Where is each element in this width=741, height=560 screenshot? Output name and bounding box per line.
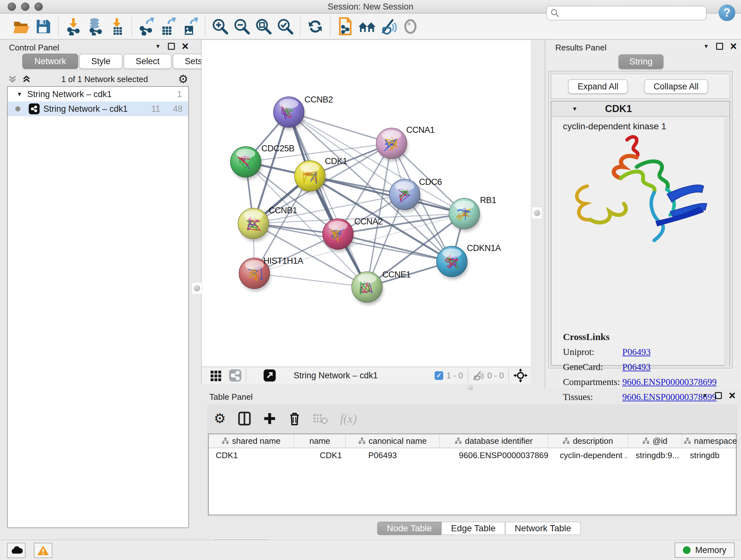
protein-description: cyclin-dependent kinase 1 [551, 117, 730, 132]
current-network-name: String Network – cdk1 [293, 371, 378, 381]
hidden-eye-icon[interactable] [473, 370, 484, 381]
crosslink-uniprot-link[interactable]: P06493 [622, 347, 651, 357]
network-node-CCNA1[interactable] [376, 128, 408, 161]
share-view-icon[interactable] [229, 369, 241, 381]
network-node-CDKN1A[interactable] [436, 246, 468, 279]
left-splitter-handle[interactable] [192, 282, 202, 294]
zoom-in-icon[interactable] [211, 17, 229, 36]
results-panel-close-icon[interactable]: × [730, 43, 737, 50]
right-splitter-handle[interactable] [532, 207, 542, 219]
network-node-CDC6[interactable] [389, 179, 421, 212]
horizontal-splitter-handle[interactable] [468, 385, 473, 390]
export-view-icon[interactable] [264, 369, 276, 381]
open-session-icon[interactable] [12, 17, 31, 36]
network-list: ▼ String Network – cdk1 1 String Network… [7, 86, 189, 528]
memory-button[interactable]: Memory [675, 543, 735, 558]
table-panel-menu-icon[interactable]: ▼ [702, 392, 708, 399]
selected-checkbox[interactable]: ✓ [434, 371, 443, 380]
gear-icon[interactable]: ⚙ [214, 412, 226, 425]
export-table-icon[interactable] [159, 17, 178, 36]
expand-all-icon[interactable] [22, 74, 31, 84]
table-panel-close-icon[interactable]: × [729, 392, 736, 399]
node-table: shared name name canonical name database… [208, 434, 737, 515]
help-icon[interactable]: ? [719, 4, 735, 21]
protein-collapse-icon[interactable]: ▼ [572, 106, 578, 112]
tab-select[interactable]: Select [124, 54, 172, 69]
crosslink-compartments-link[interactable]: 9606.ENSP00000378699 [622, 377, 717, 387]
zoom-selected-icon[interactable] [276, 17, 294, 36]
node-label-CCNA2: CCNA2 [354, 217, 383, 226]
tab-string[interactable]: String [618, 54, 664, 69]
memory-status-dot [683, 546, 690, 554]
zoom-out-icon[interactable] [232, 17, 251, 36]
add-column-icon[interactable] [263, 412, 276, 425]
save-session-icon[interactable] [34, 17, 53, 36]
fit-crosshair-icon[interactable] [514, 368, 528, 382]
tab-style[interactable]: Style [79, 54, 123, 69]
results-scrollbar[interactable] [724, 118, 729, 366]
table-row[interactable]: CDK1 CDK1 P06493 9606.ENSP00000378699 cy… [209, 448, 736, 462]
search-input[interactable] [560, 9, 697, 17]
network-node-CDC25B[interactable] [230, 146, 262, 180]
table-panel-body: ⚙ f(x) shared name name canonical name d… [207, 404, 738, 516]
crosslink-label: Compartments: [563, 377, 622, 387]
results-panel-menu-icon[interactable]: ▼ [703, 43, 709, 50]
expand-all-button[interactable]: Expand All [568, 79, 628, 94]
network-canvas[interactable]: CCNB2CCNA1CDC25BCDK1CDC6RB1CCNB1CCNA2CDK… [201, 40, 531, 367]
collection-expand-icon[interactable]: ▼ [17, 91, 22, 98]
collapse-all-icon[interactable] [8, 74, 17, 84]
control-panel-menu-icon[interactable]: ▼ [155, 43, 161, 50]
zoom-fit-icon[interactable] [254, 17, 273, 36]
eye-icon[interactable] [401, 17, 420, 36]
search-box[interactable] [546, 6, 706, 20]
network-selection-status: 1 of 1 Network selected [31, 74, 178, 84]
table-panel-float-icon[interactable] [715, 392, 722, 399]
tab-node-table[interactable]: Node Table [377, 522, 441, 535]
collapse-all-button[interactable]: Collapse All [644, 79, 708, 94]
network-edge-CCNE1-HIST1H1A[interactable] [254, 273, 367, 287]
protein-card: ▼ CDK1 cyclin-dependent kinase 1 [551, 101, 730, 366]
string-home-icon[interactable] [358, 17, 376, 36]
columns-icon[interactable] [238, 412, 251, 426]
control-panel-float-icon[interactable] [168, 43, 175, 50]
network-node-CCNB1[interactable] [238, 208, 270, 241]
refresh-icon[interactable] [306, 17, 325, 36]
import-database-icon[interactable] [86, 17, 105, 36]
share-network-file-icon[interactable] [336, 17, 354, 36]
export-network-icon[interactable] [138, 17, 156, 36]
network-row[interactable]: String Network – cdk1 11 48 [8, 102, 188, 116]
tab-edge-table[interactable]: Edge Table [441, 522, 505, 535]
delete-table-icon[interactable] [313, 412, 328, 425]
crosslink-genecard-link[interactable]: P06493 [622, 362, 651, 372]
grid-view-icon[interactable] [210, 369, 222, 381]
network-node-CDK1[interactable] [294, 161, 326, 194]
import-table-icon[interactable] [108, 17, 126, 36]
selected-counts: 1 - 0 [447, 371, 463, 381]
network-view-toolbar: String Network – cdk1 ✓ 1 - 0 0 - 0 [201, 367, 531, 384]
column-header[interactable]: canonical name [346, 434, 440, 448]
results-panel-float-icon[interactable] [716, 43, 723, 50]
tab-network[interactable]: Network [22, 54, 78, 69]
status-bar: Memory [0, 540, 741, 560]
network-node-CCNA2[interactable] [323, 219, 354, 252]
network-options-gear-icon[interactable]: ⚙ [178, 73, 188, 85]
hide-panel-glasses-icon[interactable] [380, 17, 398, 36]
column-header[interactable]: shared name [209, 434, 294, 448]
column-header[interactable]: @id [628, 434, 682, 448]
column-header[interactable]: name [294, 434, 346, 448]
column-header[interactable]: database identifier [440, 434, 548, 448]
network-node-CCNE1[interactable] [352, 272, 383, 305]
network-collection-row[interactable]: ▼ String Network – cdk1 1 [8, 87, 188, 102]
import-network-icon[interactable] [64, 17, 83, 36]
column-header[interactable]: description [548, 434, 628, 448]
export-image-icon[interactable] [181, 17, 199, 36]
memory-label: Memory [695, 545, 726, 555]
tab-network-table[interactable]: Network Table [505, 522, 581, 535]
column-header[interactable]: namespace [682, 434, 738, 448]
warning-icon[interactable] [34, 543, 52, 558]
cloud-icon[interactable] [7, 543, 25, 558]
delete-icon[interactable] [288, 411, 300, 426]
control-panel-title: Control Panel [9, 43, 59, 53]
network-node-RB1[interactable] [449, 198, 481, 232]
control-panel-close-icon[interactable]: × [182, 43, 189, 50]
